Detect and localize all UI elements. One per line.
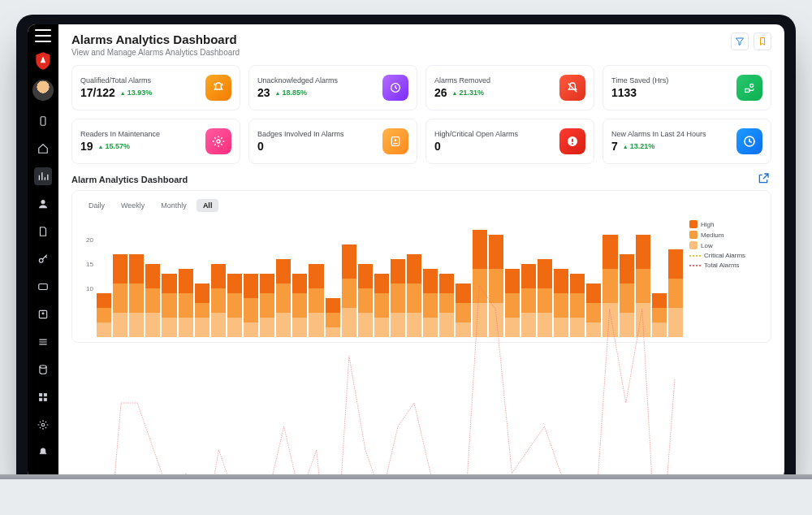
nav-card-icon[interactable]	[34, 278, 52, 296]
bar[interactable]	[620, 215, 634, 337]
bar[interactable]	[586, 215, 601, 337]
nav-stack-icon[interactable]	[34, 333, 52, 351]
kpi-value: 1133	[611, 86, 637, 99]
hamburger-menu[interactable]	[35, 29, 51, 42]
bar[interactable]	[439, 215, 454, 337]
bell-off-icon	[559, 75, 585, 101]
hand-coin-icon	[736, 75, 762, 101]
nav-key-icon[interactable]	[34, 250, 52, 268]
bar[interactable]	[391, 215, 405, 337]
bar[interactable]	[342, 215, 356, 337]
nav-settings-icon[interactable]	[34, 416, 52, 434]
svg-rect-9	[39, 398, 42, 401]
bar[interactable]	[292, 215, 307, 337]
bar[interactable]	[423, 215, 438, 337]
bar[interactable]	[129, 215, 144, 337]
bar[interactable]	[538, 215, 552, 337]
bar[interactable]	[211, 215, 226, 337]
nav-user-icon[interactable]	[34, 195, 52, 213]
kpi-card[interactable]: New Alarms In Last 24 Hours 7 13.21%	[603, 119, 771, 164]
bar[interactable]	[603, 215, 617, 337]
bar[interactable]	[227, 215, 242, 337]
chart-tabs: DailyWeeklyMonthlyAll	[82, 199, 762, 212]
kpi-delta: 13.21%	[623, 142, 654, 150]
bar[interactable]	[374, 215, 389, 337]
chart-tab-all[interactable]: All	[197, 199, 219, 212]
bar[interactable]	[521, 215, 536, 337]
kpi-value: 26	[434, 86, 447, 99]
svg-rect-3	[39, 284, 48, 290]
bar[interactable]	[195, 215, 209, 337]
bar[interactable]	[652, 215, 667, 337]
bar[interactable]	[473, 215, 487, 337]
app-screen: Alarms Analytics Dashboard View and Mana…	[28, 24, 784, 479]
chart-tab-monthly[interactable]: Monthly	[154, 199, 193, 212]
nav-analytics-icon[interactable]	[34, 167, 52, 185]
export-button[interactable]	[757, 172, 771, 187]
bar[interactable]	[326, 215, 340, 337]
kpi-card[interactable]: Qualified/Total Alarms 17/122 13.93%	[71, 65, 240, 110]
kpi-label: New Alarms In Last 24 Hours	[611, 130, 706, 138]
user-avatar[interactable]	[32, 80, 54, 101]
clock-icon	[382, 75, 408, 101]
nav-mobile-icon[interactable]	[34, 112, 52, 130]
chart-card: DailyWeeklyMonthlyAll 101520 High Medium…	[71, 190, 771, 343]
bookmark-icon	[758, 37, 767, 46]
bar[interactable]	[145, 215, 160, 337]
bar[interactable]	[636, 215, 650, 337]
bar[interactable]	[505, 215, 520, 337]
bar[interactable]	[358, 215, 373, 337]
export-icon	[757, 172, 770, 185]
kpi-label: Alarms Removed	[434, 76, 490, 84]
svg-point-20	[572, 143, 573, 145]
kpi-value: 19	[80, 140, 93, 153]
kpi-value: 0	[257, 140, 264, 153]
sidebar-nav	[34, 112, 52, 461]
clock-bold-icon	[736, 128, 762, 154]
nav-document-icon[interactable]	[34, 223, 52, 240]
kpi-card[interactable]: Badges Involved In Alarms 0	[248, 119, 417, 164]
kpi-label: Badges Involved In Alarms	[257, 130, 344, 138]
bar[interactable]	[276, 215, 291, 337]
bookmark-button[interactable]	[754, 32, 771, 50]
main-content: Alarms Analytics Dashboard View and Mana…	[58, 24, 784, 479]
svg-point-11	[41, 423, 45, 426]
kpi-card[interactable]: Time Saved (Hrs) 1133	[603, 65, 771, 110]
bar[interactable]	[407, 215, 421, 337]
bar[interactable]	[244, 215, 258, 337]
header-actions	[731, 32, 771, 50]
filter-button[interactable]	[731, 32, 749, 50]
nav-home-icon[interactable]	[34, 140, 52, 158]
kpi-label: Readers In Maintenance	[80, 130, 160, 138]
bar[interactable]	[489, 215, 503, 337]
bar[interactable]	[554, 215, 568, 337]
bar[interactable]	[668, 215, 683, 337]
svg-point-14	[750, 84, 754, 87]
bar[interactable]	[570, 215, 585, 337]
nav-database-icon[interactable]	[34, 361, 52, 379]
bar[interactable]	[162, 215, 176, 337]
nav-grid-icon[interactable]	[34, 388, 52, 406]
kpi-card[interactable]: High/Critical Open Alarms 0	[425, 119, 594, 164]
sidebar	[28, 24, 58, 479]
svg-point-15	[217, 140, 220, 143]
funnel-icon	[735, 37, 745, 46]
bar[interactable]	[179, 215, 193, 337]
chart-tab-weekly[interactable]: Weekly	[114, 199, 151, 212]
kpi-card[interactable]: Alarms Removed 26 21.31%	[425, 65, 594, 110]
bar[interactable]	[456, 215, 470, 337]
bar[interactable]	[113, 215, 127, 337]
nav-contact-icon[interactable]	[34, 305, 52, 323]
chart-tab-daily[interactable]: Daily	[82, 199, 111, 212]
alert-icon	[559, 128, 585, 154]
nav-bell-icon[interactable]	[34, 444, 52, 461]
kpi-delta: 13.93%	[120, 89, 152, 97]
kpi-card[interactable]: Readers In Maintenance 19 15.57%	[71, 119, 240, 164]
legend-total: Total Alarms	[704, 262, 740, 269]
bar[interactable]	[260, 215, 274, 337]
kpi-card[interactable]: Unacknowledged Alarms 23 18.85%	[248, 65, 417, 110]
bar[interactable]	[97, 215, 111, 337]
bar[interactable]	[309, 215, 323, 337]
kpi-label: Time Saved (Hrs)	[611, 76, 668, 84]
kpi-label: Unacknowledged Alarms	[257, 76, 338, 84]
